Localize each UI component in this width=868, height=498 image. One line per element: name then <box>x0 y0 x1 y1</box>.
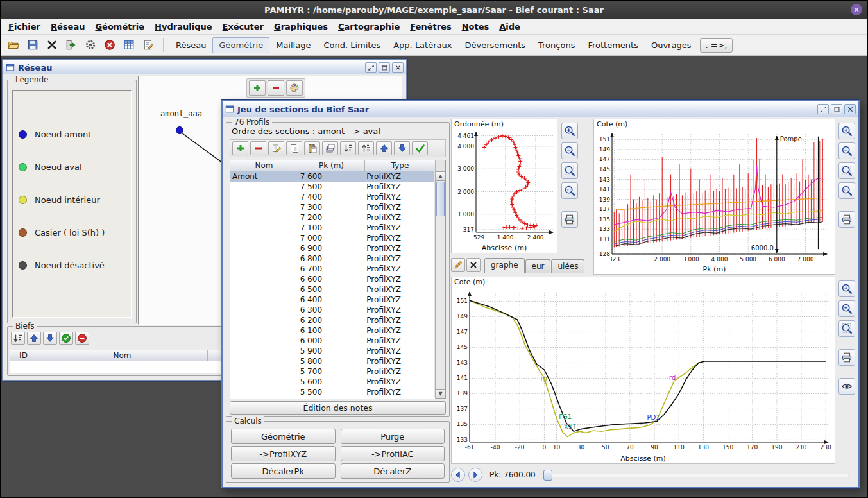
next-profile-button[interactable] <box>468 468 482 482</box>
zoom-sel-button[interactable] <box>561 162 578 179</box>
palette-button[interactable] <box>286 80 303 96</box>
print-button[interactable] <box>561 211 578 228</box>
profil-row[interactable]: 6 400ProfilXYZ <box>230 295 435 305</box>
profil-row[interactable]: 5 800ProfilXYZ <box>230 356 435 366</box>
col-pk[interactable]: Pk (m) <box>298 160 365 171</box>
print-button[interactable] <box>838 349 855 366</box>
sort-desc-button[interactable] <box>11 332 25 345</box>
stop-button[interactable] <box>101 37 119 53</box>
remove-button[interactable] <box>268 80 284 96</box>
plan-chart[interactable]: 5291 4002 4004 4614 0003 0002 0001 00031… <box>453 128 557 243</box>
save-button[interactable] <box>24 37 42 53</box>
layers-button[interactable] <box>322 141 338 155</box>
zoom-out-button[interactable] <box>838 142 855 159</box>
import-button[interactable] <box>62 37 80 53</box>
paste-button[interactable] <box>304 141 320 155</box>
edit-notes-button[interactable]: Édition des notes <box>230 401 446 415</box>
profil-row[interactable]: 5 900ProfilXYZ <box>230 346 435 356</box>
edit-button[interactable] <box>268 141 284 155</box>
app-close-button[interactable]: × <box>851 4 862 15</box>
menu-item-cartographie[interactable]: Cartographie <box>333 20 405 33</box>
plot-tab-ulées[interactable]: ulées <box>551 259 584 273</box>
zoom-sel-button[interactable] <box>838 320 855 337</box>
toolbar-ouvrages-button[interactable]: Ouvrages <box>645 37 698 53</box>
previous-profile-button[interactable] <box>451 468 465 482</box>
pk-slider[interactable] <box>541 468 849 482</box>
toolbar-cond-limites-button[interactable]: Cond. Limites <box>317 37 387 53</box>
profil-row[interactable]: 5 600ProfilXYZ <box>230 377 435 387</box>
menu-item-fenêtres[interactable]: Fenêtres <box>405 20 456 33</box>
calc-purge-button[interactable]: Purge <box>341 429 445 444</box>
calc-géométrie-button[interactable]: Géométrie <box>231 429 336 444</box>
move-down-button[interactable] <box>394 141 410 155</box>
zoom-in-button[interactable] <box>838 280 855 297</box>
copy-button[interactable] <box>286 141 302 155</box>
longitudinal-chart[interactable]: 3232 0003 0004 0005 0006 0007 0001511491… <box>595 128 835 264</box>
scroll-down-button[interactable]: ▼ <box>436 389 445 399</box>
table-scrollbar[interactable]: ▲ ▼ <box>435 171 445 399</box>
check-circle-button[interactable] <box>59 332 73 345</box>
profil-row[interactable]: 6 300ProfilXYZ <box>230 305 435 315</box>
profil-row[interactable]: 6 800ProfilXYZ <box>230 253 435 264</box>
zoom-one-button[interactable]: 1:1 <box>561 182 578 199</box>
plot-tab-eur[interactable]: eur <box>525 259 551 273</box>
window-close-button[interactable] <box>392 62 404 73</box>
menu-item-aide[interactable]: Aide <box>494 20 525 33</box>
profil-row[interactable]: 7 500ProfilXYZ <box>230 182 435 192</box>
menu-item-géométrie[interactable]: Géométrie <box>90 20 149 33</box>
scrollbar-thumb[interactable] <box>436 182 445 216</box>
zoom-out-button[interactable] <box>561 142 578 159</box>
zoom-in-button[interactable] <box>561 123 578 139</box>
toolbar-réseau-button[interactable]: Réseau <box>169 37 212 53</box>
profil-row[interactable]: 7 400ProfilXYZ <box>230 192 435 202</box>
notes-button[interactable] <box>139 37 157 53</box>
validate-button[interactable] <box>412 141 428 155</box>
sort-desc-button[interactable] <box>340 141 356 155</box>
plot-tab-graphe[interactable]: graphe <box>484 258 525 273</box>
menu-item-réseau[interactable]: Réseau <box>46 20 90 33</box>
window-close-button[interactable] <box>844 104 856 114</box>
print-button[interactable] <box>838 211 855 228</box>
toolbar-tron-ons-button[interactable]: Tronçons <box>532 37 581 53</box>
table-button[interactable] <box>120 37 138 53</box>
close-small-button[interactable] <box>466 258 481 272</box>
profil-row[interactable]: 6 100ProfilXYZ <box>230 325 435 336</box>
toolbar-maillage-button[interactable]: Maillage <box>269 37 317 53</box>
profil-row[interactable]: 6 700ProfilXYZ <box>230 264 435 274</box>
toolbar-déversements-button[interactable]: Déversements <box>458 37 532 53</box>
add-button[interactable] <box>232 141 248 155</box>
zoom-in-button[interactable] <box>838 123 855 139</box>
calc-décalerz-button[interactable]: DécalerZ <box>341 463 445 479</box>
calc-décalerpk-button[interactable]: DécalerPk <box>231 463 336 479</box>
profil-row[interactable]: 5 700ProfilXYZ <box>230 366 435 377</box>
toolbar-item-button[interactable]: . =>, <box>700 38 732 53</box>
biefs-col-id[interactable]: ID <box>10 350 37 361</box>
node-amont[interactable] <box>176 127 183 134</box>
zoom-one-button[interactable]: 1:1 <box>838 182 855 199</box>
profil-row[interactable]: 7 200ProfilXYZ <box>230 212 435 223</box>
move-up-button[interactable] <box>27 332 41 345</box>
profil-row[interactable]: 7 300ProfilXYZ <box>230 202 435 212</box>
sort-asc-button[interactable] <box>358 141 374 155</box>
menu-item-graphiques[interactable]: Graphiques <box>269 20 333 33</box>
delete-button[interactable] <box>43 37 61 53</box>
menu-item-exécuter[interactable]: Exécuter <box>217 20 269 33</box>
remove-button[interactable] <box>250 141 266 155</box>
profil-row[interactable]: 6 200ProfilXYZ <box>230 315 435 325</box>
cross-section-chart[interactable]: -61-40-200103050709011013015017019021023… <box>453 287 835 452</box>
profil-row[interactable]: 7 000ProfilXYZ <box>230 233 435 243</box>
add-button[interactable] <box>249 80 266 96</box>
window-maximize-button[interactable] <box>831 104 842 114</box>
calc-profilxyz-button[interactable]: ->ProfilXYZ <box>231 446 336 461</box>
app-titlebar[interactable]: PAMHYR : /home/parouby/MAGE/exemple_saar… <box>1 1 867 19</box>
zoom-sel-button[interactable] <box>838 162 855 179</box>
toolbar-frottements-button[interactable]: Frottements <box>581 37 645 53</box>
biefs-col-nom[interactable]: Nom <box>37 350 208 361</box>
eye-button[interactable] <box>838 378 855 395</box>
sections-window-titlebar[interactable]: Jeu de sections du Bief Saar <box>223 101 858 117</box>
profil-row[interactable]: 6 500ProfilXYZ <box>230 284 435 295</box>
profil-row[interactable]: 6 000ProfilXYZ <box>230 336 435 346</box>
toolbar-app-latéraux-button[interactable]: App. Latéraux <box>387 37 458 53</box>
minus-circle-button[interactable] <box>75 332 89 345</box>
calc-profilac-button[interactable]: ->ProfilAC <box>341 446 445 461</box>
